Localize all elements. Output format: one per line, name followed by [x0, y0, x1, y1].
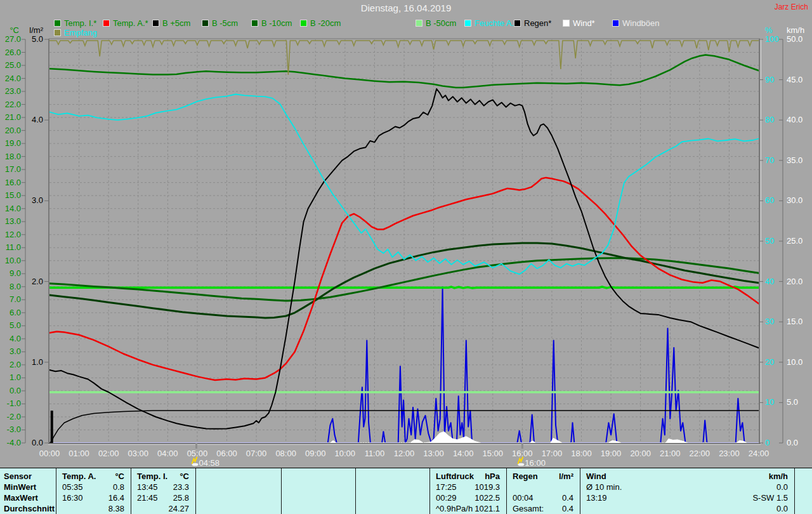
sun-marker-time: 16:00	[525, 458, 546, 468]
hour-label: 07:00	[246, 449, 267, 458]
wind-tick-label: 40.0	[787, 115, 802, 124]
table-cell: 23.3	[137, 482, 189, 492]
temp-tick-label: -3.0	[7, 425, 21, 434]
humidity-tick-label: 20	[765, 357, 774, 367]
hour-label: 08:00	[275, 449, 296, 458]
table-separator	[56, 468, 56, 514]
temp-tick-label: -2.0	[7, 412, 21, 421]
temp-tick-label: 8.0	[10, 282, 21, 291]
temp-tick-label: -4.0	[7, 438, 21, 447]
hour-label: 05:00	[187, 449, 208, 458]
rain-tick-label: 3.0	[32, 195, 43, 205]
hour-label: 22:00	[690, 449, 710, 458]
temp-tick-label: 6.0	[10, 308, 21, 317]
humidity-tick-label: 30	[765, 317, 774, 326]
temp-tick-label: 18.0	[5, 152, 21, 161]
wind-tick-label: 30.0	[787, 195, 802, 205]
gridlines	[49, 39, 759, 443]
temp-tick-label: 10.0	[5, 256, 21, 265]
hour-label: 19:00	[601, 449, 622, 458]
wind-tick-label: 5.0	[787, 397, 798, 407]
wind-tick-label: 15.0	[787, 317, 802, 326]
hour-label: 20:00	[630, 449, 651, 458]
temp-axis-title: °C	[10, 25, 19, 35]
table-cell: 1019.3	[436, 482, 500, 492]
humidity-axis-title: %	[765, 25, 773, 35]
temp-tick-label: 2.0	[10, 360, 21, 369]
wind-tick-label: 45.0	[787, 75, 802, 84]
temp-tick-label: 24.0	[5, 74, 21, 83]
table-cell: 0.4	[513, 492, 573, 503]
rain-tick-label: 0.0	[32, 438, 43, 447]
rain-tick-label: 4.0	[32, 115, 43, 124]
hour-label: 21:00	[660, 449, 681, 458]
hour-label: 11:00	[365, 449, 385, 458]
humidity-tick-label: 10	[765, 397, 774, 407]
wind-axis-title: km/h	[787, 25, 804, 35]
temp-tick-label: 1.0	[10, 372, 21, 382]
temp-tick-label: 21.0	[5, 112, 21, 122]
hour-label: 04:00	[157, 449, 178, 458]
rain-axis-title: l/m²	[29, 25, 43, 35]
table-cell: 1022.5	[436, 492, 500, 503]
rain-tick-label: 2.0	[32, 277, 43, 286]
rain-tick-label: 5.0	[32, 34, 43, 44]
table-separator	[281, 468, 282, 514]
table-cell: 0.4	[513, 503, 573, 514]
wind-tick-label: 10.0	[787, 357, 802, 367]
hour-label: 10:00	[335, 449, 356, 458]
table-row-label: MinWert	[4, 482, 53, 492]
hour-label: 12:00	[394, 449, 415, 458]
summary-table: SensorMinWertMaxWertDurchschnittTemp. A.…	[0, 468, 812, 514]
hour-label: 03:00	[128, 449, 148, 458]
temp-tick-label: 25.0	[5, 60, 21, 70]
wind-tick-label: 50.0	[787, 34, 802, 44]
hour-label: 14:00	[453, 449, 474, 458]
rain-tick-label: 1.0	[32, 357, 43, 367]
temp-tick-label: 3.0	[10, 346, 21, 356]
temp-tick-label: 12.0	[5, 230, 21, 239]
hour-label: 00:00	[39, 449, 60, 458]
table-separator	[506, 468, 507, 514]
table-cell: 8.38	[62, 503, 124, 514]
hour-label: 01:00	[69, 449, 89, 458]
table-header-unit: °C	[137, 471, 189, 482]
temp-tick-label: 19.0	[5, 138, 21, 148]
table-row-label: Durchschnitt	[4, 503, 53, 514]
series-b-20cm	[49, 287, 759, 288]
humidity-tick-label: 70	[765, 155, 774, 165]
temp-tick-label: 13.0	[5, 216, 21, 226]
hour-label: 09:00	[305, 449, 326, 458]
sun-marker-base	[192, 463, 199, 466]
wind-tick-label: 0.0	[787, 438, 798, 447]
table-header-unit: km/h	[586, 471, 788, 482]
wind-tick-label: 35.0	[787, 155, 802, 165]
hour-label: 06:00	[216, 449, 237, 458]
table-cell: 16.4	[62, 492, 124, 503]
hour-label: 17:00	[542, 449, 563, 458]
table-cell: 0.0	[586, 503, 788, 514]
temp-tick-label: 11.0	[6, 242, 21, 252]
temp-tick-label: 20.0	[5, 126, 21, 135]
table-separator	[195, 468, 196, 514]
table-row-label: MaxWert	[4, 492, 53, 503]
temp-tick-label: 4.0	[10, 334, 21, 343]
humidity-tick-label: 0	[765, 438, 769, 447]
table-cell: 25.8	[137, 492, 189, 503]
humidity-tick-label: 60	[765, 195, 774, 205]
weather-chart: -4.0-3.0-2.0-1.00.01.02.03.04.05.06.07.0…	[0, 0, 812, 468]
temp-tick-label: 17.0	[5, 164, 21, 174]
table-cell: 1021.1	[436, 503, 500, 514]
table-separator	[355, 468, 356, 514]
humidity-tick-label: 100	[765, 34, 779, 44]
x-axis-labels: 00:0001:0002:0003:0004:0005:0006:0007:00…	[39, 449, 769, 458]
hour-label: 15:00	[482, 449, 503, 458]
sun-marker-base	[518, 463, 524, 466]
temp-tick-label: 14.0	[5, 204, 21, 213]
table-cell: 0.0	[586, 482, 788, 492]
table-cell: S-SW 1.5	[586, 492, 788, 503]
series-empfang	[49, 41, 759, 75]
hour-label: 24:00	[749, 449, 769, 458]
humidity-tick-label: 50	[765, 236, 774, 246]
table-header-unit: °C	[62, 471, 124, 482]
